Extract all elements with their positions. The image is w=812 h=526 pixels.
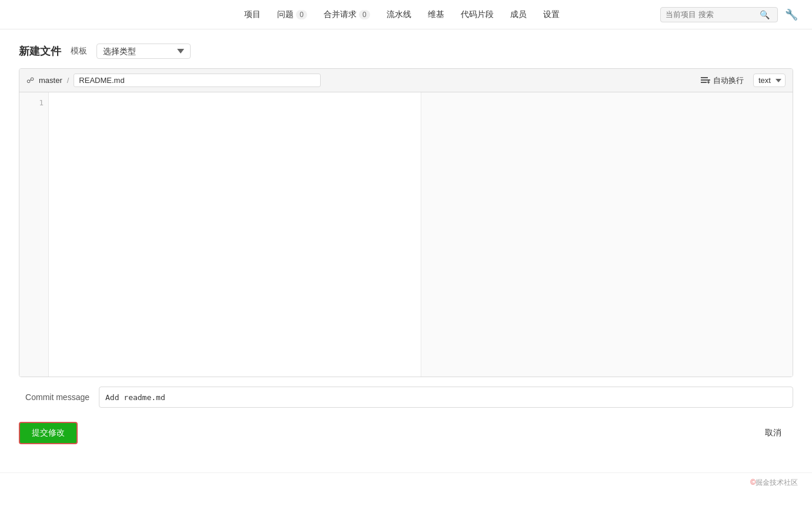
nav-label-snippets: 代码片段 xyxy=(461,9,494,20)
page-title: 新建文件 xyxy=(19,44,61,58)
editor-toolbar-right: 自动换行 text xyxy=(696,73,786,88)
editor-left-pane[interactable] xyxy=(49,92,421,377)
nav-item-pipeline[interactable]: 流水线 xyxy=(387,9,411,20)
nav-item-issues[interactable]: 问题 0 xyxy=(277,9,307,20)
commit-section: Commit message 提交修改 取消 xyxy=(19,377,793,458)
code-editor[interactable] xyxy=(49,92,421,377)
line-numbers: 1 xyxy=(19,92,49,377)
footer-text: 掘金技术社区 xyxy=(756,478,798,487)
nav-links: 项目 问题 0 合并请求 0 流水线 维基 代码片段 成员 设置 xyxy=(244,9,559,20)
settings-icon[interactable]: 🔧 xyxy=(785,8,798,21)
svg-rect-2 xyxy=(701,82,707,83)
top-nav: 项目 问题 0 合并请求 0 流水线 维基 代码片段 成员 设置 🔍 🔧 xyxy=(0,0,812,29)
search-input[interactable] xyxy=(665,10,760,19)
editor-container: ☍ master / 自动换行 text xyxy=(19,68,793,377)
search-icon[interactable]: 🔍 xyxy=(760,10,770,19)
nav-label-issues: 问题 xyxy=(277,9,294,20)
template-label: 模板 xyxy=(71,46,87,56)
editor-preview-pane xyxy=(421,92,793,377)
editor-toolbar: ☍ master / 自动换行 text xyxy=(19,69,793,92)
branch-name: master xyxy=(39,76,62,85)
filename-input[interactable] xyxy=(74,74,321,87)
merge-badge: 0 xyxy=(359,10,370,19)
auto-wrap-button[interactable]: 自动换行 xyxy=(696,73,748,88)
nav-label-settings: 设置 xyxy=(543,9,560,20)
commit-label: Commit message xyxy=(19,387,89,408)
svg-rect-0 xyxy=(701,77,708,78)
nav-label-members: 成员 xyxy=(510,9,527,20)
submit-button[interactable]: 提交修改 xyxy=(19,422,78,444)
svg-rect-1 xyxy=(701,79,710,81)
auto-wrap-label: 自动换行 xyxy=(713,75,744,86)
cancel-button[interactable]: 取消 xyxy=(753,423,793,443)
nav-right: 🔍 🔧 xyxy=(660,7,798,22)
path-separator: / xyxy=(67,76,69,85)
wrap-icon xyxy=(701,76,710,85)
nav-label-wiki: 维基 xyxy=(428,9,444,20)
nav-item-merge[interactable]: 合并请求 0 xyxy=(324,9,370,20)
text-type-select[interactable]: text xyxy=(753,74,786,87)
editor-body: 1 xyxy=(19,92,793,377)
template-select[interactable]: 选择类型 xyxy=(96,44,191,59)
nav-item-snippets[interactable]: 代码片段 xyxy=(461,9,494,20)
nav-item-wiki[interactable]: 维基 xyxy=(428,9,444,20)
issues-badge: 0 xyxy=(296,10,307,19)
nav-label-pipeline: 流水线 xyxy=(387,9,411,20)
new-file-header: 新建文件 模板 选择类型 xyxy=(19,44,793,59)
nav-item-project[interactable]: 项目 xyxy=(244,9,261,20)
commit-message-input[interactable] xyxy=(99,387,793,408)
branch-icon: ☍ xyxy=(26,76,34,85)
commit-message-row: Commit message xyxy=(19,387,793,408)
nav-item-members[interactable]: 成员 xyxy=(510,9,527,20)
footer: ©掘金技术社区 xyxy=(0,472,812,492)
nav-label-merge: 合并请求 xyxy=(324,9,357,20)
action-row: 提交修改 取消 xyxy=(19,417,793,449)
search-box[interactable]: 🔍 xyxy=(660,7,778,22)
nav-item-settings[interactable]: 设置 xyxy=(543,9,560,20)
nav-label-project: 项目 xyxy=(244,9,261,20)
page-content: 新建文件 模板 选择类型 ☍ master / 自动换行 xyxy=(0,29,812,472)
